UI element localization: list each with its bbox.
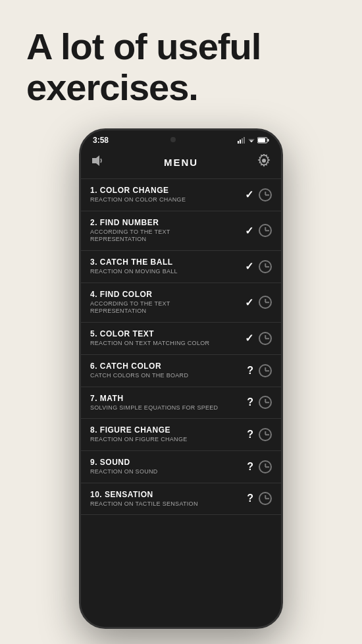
- exercise-item-9[interactable]: 9. SOUND REACTION ON SOUND ?: [81, 451, 281, 483]
- exercise-item-7[interactable]: 7. MATH SOLVING SIMPLE EQUATIONS FOR SPE…: [81, 387, 281, 419]
- settings-icon[interactable]: [257, 154, 271, 171]
- exercise-info: 7. MATH SOLVING SIMPLE EQUATIONS FOR SPE…: [90, 394, 247, 412]
- exercise-actions: ✓: [245, 224, 272, 237]
- volume-silent-button: [79, 196, 80, 219]
- exercise-info: 4. FIND COLOR ACCORDING TO THE TEXTREPRE…: [90, 290, 245, 315]
- exercise-item-5[interactable]: 5. COLOR TEXT REACTION ON TEXT MATCHING …: [81, 323, 281, 355]
- history-icon[interactable]: [259, 428, 272, 441]
- exercise-item-1[interactable]: 1. COLOR CHANGE REACTION ON COLOR CHANGE…: [81, 178, 281, 211]
- exercise-actions: ✓: [245, 296, 272, 309]
- svg-point-11: [262, 159, 266, 163]
- exercise-info: 9. SOUND REACTION ON SOUND: [90, 458, 247, 476]
- status-time: 3:58: [93, 136, 109, 145]
- history-icon[interactable]: [259, 364, 272, 377]
- exercise-item-10[interactable]: 10. SENSATION REACTION ON TACTILE SENSAT…: [81, 483, 281, 516]
- exercise-info: 10. SENSATION REACTION ON TACTILE SENSAT…: [90, 490, 247, 508]
- svg-rect-1: [240, 140, 241, 144]
- status-bar: 3:58: [81, 130, 281, 148]
- volume-icon[interactable]: [91, 155, 105, 170]
- clock-hand-minute: [265, 338, 269, 339]
- exercise-actions: ?: [247, 396, 272, 409]
- exercise-info: 1. COLOR CHANGE REACTION ON COLOR CHANGE: [90, 186, 245, 204]
- exercise-info: 8. FIGURE CHANGE REACTION ON FIGURE CHAN…: [90, 425, 247, 444]
- exercise-title: 10. SENSATION: [90, 490, 247, 499]
- menu-title: MENU: [164, 157, 198, 168]
- clock-hand-minute: [265, 402, 269, 404]
- clock-hand-minute: [265, 266, 269, 267]
- svg-rect-0: [238, 141, 239, 144]
- phone-mockup: 3:58: [79, 128, 283, 629]
- exercise-title: 9. SOUND: [90, 458, 247, 467]
- exercise-title: 6. CATCH COLOR: [90, 362, 247, 371]
- clock-hand-minute: [265, 230, 269, 232]
- history-icon[interactable]: [259, 260, 272, 273]
- phone-screen: 3:58: [81, 130, 281, 627]
- unknown-icon: ?: [247, 493, 253, 504]
- completed-icon: ✓: [245, 188, 253, 201]
- completed-icon: ✓: [245, 332, 253, 344]
- power-button: [282, 209, 283, 249]
- exercise-subtitle: REACTION ON MOVING BALL: [90, 268, 245, 276]
- exercise-title: 5. COLOR TEXT: [90, 329, 245, 338]
- svg-rect-2: [242, 138, 243, 144]
- exercise-actions: ✓: [245, 260, 272, 273]
- exercise-subtitle: CATCH COLORS ON THE BOARD: [90, 372, 247, 380]
- signal-icon: [238, 137, 246, 144]
- title-line1: A lot of useful: [26, 26, 261, 67]
- phone-frame: 3:58: [79, 128, 283, 629]
- exercise-subtitle: REACTION ON SOUND: [90, 468, 247, 476]
- exercise-actions: ✓: [245, 188, 272, 201]
- svg-rect-8: [268, 139, 269, 142]
- exercise-info: 6. CATCH COLOR CATCH COLORS ON THE BOARD: [90, 362, 247, 380]
- exercise-item-2[interactable]: 2. FIND NUMBER ACCORDING TO THE TEXTREPR…: [81, 211, 281, 251]
- exercise-title: 7. MATH: [90, 394, 247, 403]
- exercise-item-6[interactable]: 6. CATCH COLOR CATCH COLORS ON THE BOARD…: [81, 355, 281, 387]
- exercise-info: 5. COLOR TEXT REACTION ON TEXT MATCHING …: [90, 329, 245, 348]
- exercise-actions: ?: [247, 428, 272, 441]
- history-icon[interactable]: [259, 492, 272, 505]
- history-icon[interactable]: [259, 460, 272, 473]
- title-line2: exercises.: [26, 67, 198, 108]
- clock-hand-minute: [265, 194, 269, 196]
- exercise-actions: ?: [247, 364, 272, 377]
- exercise-title: 3. CATCH THE BALL: [90, 257, 245, 267]
- exercise-item-8[interactable]: 8. FIGURE CHANGE REACTION ON FIGURE CHAN…: [81, 419, 281, 451]
- exercise-actions: ?: [247, 460, 272, 473]
- unknown-icon: ?: [247, 365, 253, 377]
- exercise-subtitle: ACCORDING TO THE TEXTREPRESENTATION: [90, 228, 245, 244]
- exercise-subtitle: ACCORDING TO THE TEXTREPRESENTATION: [90, 300, 245, 315]
- exercise-subtitle: REACTION ON COLOR CHANGE: [90, 196, 245, 204]
- history-icon[interactable]: [259, 188, 272, 201]
- exercise-title: 8. FIGURE CHANGE: [90, 425, 247, 435]
- wifi-icon: [248, 138, 255, 143]
- svg-rect-9: [258, 138, 265, 142]
- history-icon[interactable]: [259, 296, 272, 309]
- camera-area: [170, 137, 176, 142]
- svg-marker-6: [250, 142, 253, 143]
- exercise-subtitle: REACTION ON TACTILE SENSATION: [90, 500, 247, 508]
- exercise-subtitle: SOLVING SIMPLE EQUATIONS FOR SPEED: [90, 404, 247, 412]
- unknown-icon: ?: [247, 396, 253, 408]
- exercise-list: 1. COLOR CHANGE REACTION ON COLOR CHANGE…: [81, 176, 281, 613]
- exercise-item-3[interactable]: 3. CATCH THE BALL REACTION ON MOVING BAL…: [81, 251, 281, 283]
- history-icon[interactable]: [259, 332, 272, 345]
- exercise-actions: ✓: [245, 332, 272, 345]
- clock-hand-minute: [265, 434, 269, 435]
- exercise-item-4[interactable]: 4. FIND COLOR ACCORDING TO THE TEXTREPRE…: [81, 283, 281, 323]
- svg-rect-3: [244, 137, 245, 144]
- history-icon[interactable]: [259, 396, 272, 409]
- page-title: A lot of useful exercises.: [26, 26, 336, 107]
- completed-icon: ✓: [245, 225, 253, 237]
- status-icons: [238, 137, 269, 144]
- camera-dot: [170, 137, 176, 142]
- unknown-icon: ?: [247, 461, 253, 473]
- history-icon[interactable]: [259, 224, 272, 237]
- clock-hand-minute: [265, 370, 269, 371]
- exercise-subtitle: REACTION ON FIGURE CHANGE: [90, 436, 247, 444]
- exercise-info: 2. FIND NUMBER ACCORDING TO THE TEXTREPR…: [90, 218, 245, 244]
- volume-up-button: [79, 229, 80, 262]
- svg-marker-10: [92, 155, 99, 166]
- clock-hand-minute: [265, 498, 269, 500]
- top-nav: MENU: [81, 148, 281, 176]
- completed-icon: ✓: [245, 260, 253, 273]
